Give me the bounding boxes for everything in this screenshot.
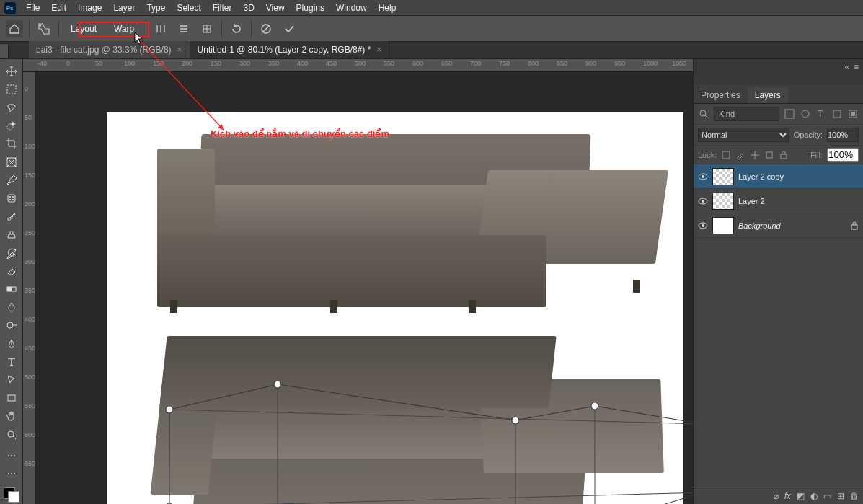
zoom-tool[interactable] [2, 425, 21, 443]
layer-name[interactable]: Layer 2 [738, 197, 859, 205]
document-canvas[interactable] [107, 112, 683, 504]
filter-pixel-icon[interactable] [784, 108, 795, 120]
frame-tool[interactable] [2, 153, 21, 171]
reset-transform-icon[interactable] [228, 20, 245, 37]
layout-button[interactable]: Layout [65, 22, 102, 36]
blur-tool[interactable] [2, 299, 21, 317]
filter-type-icon[interactable]: T [815, 108, 827, 120]
layer-row[interactable]: Layer 2 [694, 189, 863, 213]
ruler-tick-label: 550 [25, 402, 35, 410]
document-tab-active[interactable]: Untitled-1 @ 80.1% (Layer 2 copy, RGB/8#… [190, 41, 390, 58]
ruler-tick-label: 150 [153, 60, 164, 67]
link-layers-icon[interactable]: ⌀ [774, 491, 779, 501]
foreground-background-color[interactable] [2, 486, 21, 504]
cancel-transform-icon[interactable] [257, 20, 275, 37]
ruler-vertical[interactable]: 050100150200250300350400450500550600650 [23, 72, 36, 504]
ruler-horizontal[interactable]: -400501001502002503003504004505005506006… [23, 59, 693, 72]
eraser-tool[interactable] [2, 262, 21, 280]
layer-name[interactable]: Background [738, 221, 846, 230]
fill-input[interactable] [827, 148, 859, 162]
type-tool[interactable] [2, 353, 21, 371]
commit-transform-icon[interactable] [280, 20, 298, 37]
search-icon[interactable] [698, 108, 709, 120]
edit-toolbar-icon[interactable]: ⋯ [2, 464, 21, 482]
pen-tool[interactable] [2, 335, 21, 353]
home-button[interactable] [6, 20, 23, 37]
layer-thumbnail[interactable] [712, 193, 734, 210]
lock-artboard-icon[interactable] [764, 150, 774, 160]
close-tab-icon[interactable]: × [376, 45, 381, 55]
history-brush-tool[interactable] [2, 244, 21, 262]
menu-image[interactable]: Image [72, 0, 107, 16]
close-tab-icon[interactable]: × [177, 45, 182, 55]
menu-file[interactable]: File [20, 0, 45, 16]
layer-row[interactable]: Background [694, 213, 863, 238]
filter-kind-dropdown[interactable]: Kind [714, 107, 779, 121]
divider [221, 20, 222, 37]
filter-adjustment-icon[interactable] [800, 108, 811, 120]
adjustment-layer-icon[interactable]: ◐ [810, 491, 818, 501]
collapse-panels-icon[interactable]: « [844, 62, 849, 82]
visibility-toggle-icon[interactable] [698, 172, 708, 182]
layer-mask-icon[interactable]: ◩ [797, 491, 805, 501]
mesh-density-normal-icon[interactable] [152, 20, 169, 37]
options-bar: Layout Warp [0, 16, 863, 42]
layers-tab[interactable]: Layers [748, 87, 788, 103]
healing-brush-tool[interactable] [2, 189, 21, 207]
menu-edit[interactable]: Edit [45, 0, 72, 16]
menu-filter[interactable]: Filter [207, 0, 238, 16]
more-tools-icon[interactable]: ⋯ [2, 446, 21, 464]
puppet-warp-tool-icon[interactable] [35, 20, 53, 37]
layer-thumbnail[interactable] [712, 217, 734, 234]
panel-menu-icon[interactable]: ≡ [854, 62, 859, 82]
mesh-density-fewer-icon[interactable] [198, 20, 216, 37]
clone-stamp-tool[interactable] [2, 226, 21, 244]
path-selection-tool[interactable] [2, 371, 21, 389]
blend-mode-dropdown[interactable]: Normal [698, 128, 789, 142]
menu-type[interactable]: Type [141, 0, 171, 16]
lock-position-icon[interactable] [750, 150, 760, 160]
layer-style-icon[interactable]: fx [784, 491, 791, 501]
lock-pixels-icon[interactable] [735, 150, 745, 160]
visibility-toggle-icon[interactable] [698, 221, 708, 231]
lasso-tool[interactable] [2, 98, 21, 116]
mesh-density-more-icon[interactable] [175, 20, 192, 37]
ruler-tick-label: 300 [25, 258, 35, 265]
move-tool[interactable] [2, 62, 21, 80]
marquee-tool[interactable] [2, 80, 21, 98]
lock-transparent-icon[interactable] [721, 150, 731, 160]
delete-layer-icon[interactable]: 🗑 [850, 491, 859, 501]
document-tab-inactive[interactable]: bai3 - file cat.jpg @ 33.3% (RGB/8) × [29, 41, 190, 58]
lock-all-icon[interactable] [779, 150, 789, 160]
warp-button[interactable]: Warp [108, 22, 140, 36]
new-layer-icon[interactable]: ⊞ [837, 491, 844, 501]
menu-window[interactable]: Window [330, 0, 373, 16]
rectangle-tool[interactable] [2, 389, 21, 407]
filter-shape-icon[interactable] [831, 108, 843, 120]
layer-thumbnail[interactable] [712, 168, 734, 185]
ruler-tick-label: 450 [326, 60, 337, 67]
filter-smart-icon[interactable] [847, 108, 859, 120]
collapse-toolbar-handle[interactable] [0, 43, 9, 59]
menu-layer[interactable]: Layer [107, 0, 141, 16]
properties-tab[interactable]: Properties [694, 87, 748, 103]
layer-name[interactable]: Layer 2 copy [738, 172, 859, 181]
layer-row[interactable]: Layer 2 copy [694, 164, 863, 189]
divider [58, 20, 59, 37]
hand-tool[interactable] [2, 407, 21, 425]
menu-3d[interactable]: 3D [237, 0, 260, 16]
menu-plugins[interactable]: Plugins [291, 0, 330, 16]
dodge-tool[interactable] [2, 317, 21, 335]
visibility-toggle-icon[interactable] [698, 196, 708, 206]
eyedropper-tool[interactable] [2, 171, 21, 189]
gradient-tool[interactable] [2, 280, 21, 298]
brush-tool[interactable] [2, 208, 21, 226]
menu-view[interactable]: View [260, 0, 291, 16]
menu-select[interactable]: Select [171, 0, 206, 16]
menu-help[interactable]: Help [373, 0, 402, 16]
layer-group-icon[interactable]: ▭ [823, 491, 831, 501]
ruler-tick-label: 600 [412, 60, 423, 67]
opacity-input[interactable] [827, 128, 859, 142]
crop-tool[interactable] [2, 135, 21, 153]
quick-selection-tool[interactable] [2, 117, 21, 135]
